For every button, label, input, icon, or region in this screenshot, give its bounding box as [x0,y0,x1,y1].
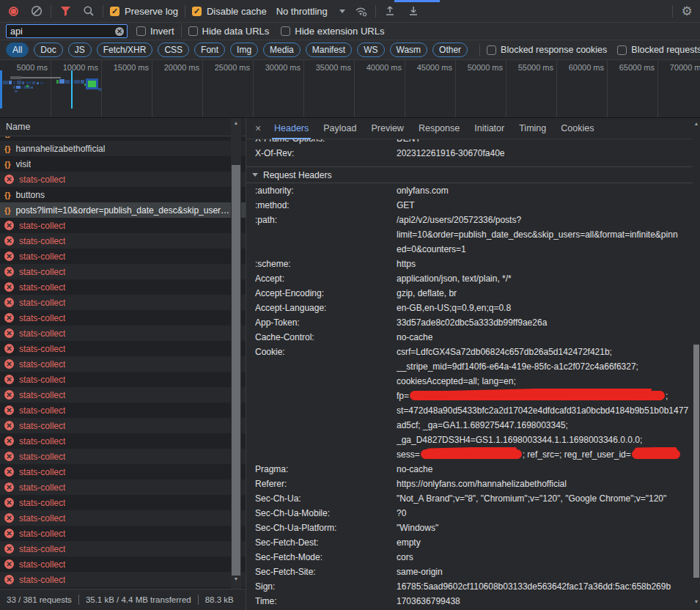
request-name: stats-collect [19,344,65,354]
search-button[interactable] [81,4,96,18]
request-row[interactable]: ✕stats-collect [0,418,246,433]
filter-pill-css[interactable]: CSS [158,43,189,57]
request-row[interactable]: {}buttons [0,187,246,202]
invert-checkbox[interactable] [136,26,146,36]
filter-pill-font[interactable]: Font [194,43,225,57]
request-row[interactable]: {}hannahelizabethofficial [0,141,246,156]
filter-icon [60,6,71,16]
request-row[interactable]: ✕stats-collect [0,295,246,310]
tab-cookies[interactable]: Cookies [553,118,601,139]
request-name: stats-collect [19,529,65,539]
request-name: stats-collect [19,436,65,447]
request-row[interactable]: ✕stats-collect [0,279,246,295]
request-row[interactable]: ✕stats-collect [0,233,246,249]
filter-pill-other[interactable]: Other [432,43,468,57]
tab-headers[interactable]: Headers [267,118,316,139]
settings-button[interactable]: ⚙ [679,4,694,18]
chevron-down-icon[interactable] [339,10,345,13]
scroll-up-icon[interactable]: ▲ [693,120,700,128]
request-name: stats-collect [19,575,65,585]
request-row[interactable]: ✕stats-collect [0,572,246,587]
timeline-tick: 70000 ms [654,63,700,72]
request-row[interactable]: ✕stats-collect [0,249,246,264]
collapse-triangle-icon[interactable] [252,173,258,177]
request-row[interactable]: ✕stats-collect [0,433,246,449]
request-row[interactable]: ✕stats-collect [0,449,246,464]
disable-cache-checkbox[interactable]: ✓ [192,7,202,16]
filter-pill-ws[interactable]: WS [357,43,384,57]
request-row[interactable]: ✕stats-collect [0,326,246,341]
filter-pill-manifest[interactable]: Manifest [306,43,352,57]
tab-initiator[interactable]: Initiator [467,118,512,139]
search-icon [83,5,95,17]
header-key: :authority: [255,183,397,198]
request-row[interactable]: ✕stats-collect [0,341,246,356]
request-row[interactable]: ✕stats-collect [0,541,246,556]
header-value: 33d57ade8c02dbc5a333db99ff9ae26a [397,315,700,330]
details-scrollbar[interactable]: ▲ ▼ [693,118,700,610]
filter-button[interactable] [58,4,73,18]
request-row[interactable]: {}visit [0,156,246,172]
blocked-response-cookies-checkbox[interactable] [487,45,496,55]
network-conditions-button[interactable] [354,4,369,18]
throttling-select[interactable]: No throttling [276,6,328,17]
import-har-button[interactable] [383,4,397,18]
clipped-header-row: X-Frame-Options: DENY [246,139,700,146]
request-row[interactable]: ✕stats-collect [0,403,246,418]
request-headers-section[interactable]: Request Headers [246,167,700,183]
filter-pill-doc[interactable]: Doc [34,43,62,57]
request-row[interactable]: ✕stats-collect [0,264,246,279]
filter-pill-wasm[interactable]: Wasm [390,43,428,57]
filter-pill-img[interactable]: Img [230,43,258,57]
request-name: stats-collect [19,251,65,262]
filter-input-box[interactable]: ✕ [6,24,128,38]
request-row[interactable]: ✕stats-collect [0,372,246,387]
scrollbar-thumb[interactable] [693,345,699,578]
record-button[interactable] [6,4,21,18]
filter-input[interactable] [10,26,115,37]
export-har-button[interactable] [406,4,421,18]
hide-extension-urls-checkbox[interactable] [281,26,290,36]
scrollbar-thumb[interactable] [232,165,240,576]
preserve-log-checkbox[interactable]: ✓ [110,7,119,16]
hide-data-urls-checkbox[interactable] [188,26,198,36]
filter-pill-fetch-xhr[interactable]: Fetch/XHR [97,43,153,57]
clear-filter-icon[interactable]: ✕ [115,27,124,36]
blocked-requests-checkbox[interactable] [617,45,627,55]
clear-button[interactable] [29,4,44,18]
header-row: Sec-Fetch-Dest:empty [246,535,700,550]
network-overview-timeline[interactable]: 5000 ms10000 ms15000 ms20000 ms25000 ms3… [0,60,700,118]
waterfall-bar [71,70,73,109]
tab-payload[interactable]: Payload [316,118,364,139]
request-row[interactable]: ✕stats-collect [0,495,246,510]
header-value: /api2/v2/users/20572336/posts? [397,213,700,227]
close-icon[interactable]: × [249,122,267,134]
request-row[interactable]: ✕stats-collect [0,310,246,326]
request-row[interactable]: ✕stats-collect [0,479,246,495]
request-row[interactable]: {}posts?limit=10&order=publish_date_desc… [0,202,246,218]
request-row[interactable]: ✕stats-collect [0,218,246,233]
tab-preview[interactable]: Preview [364,118,410,139]
request-row[interactable]: ✕stats-collect [0,526,246,541]
filter-pill-js[interactable]: JS [68,43,92,57]
header-value: cors [397,550,700,565]
header-value: GET [397,198,700,213]
scroll-down-icon[interactable]: ▼ [231,576,241,583]
tab-timing[interactable]: Timing [512,118,553,139]
scroll-up-icon[interactable]: ▲ [231,120,241,127]
name-column-header[interactable]: Name [0,118,246,136]
blocked-icon: ✕ [4,436,14,446]
filter-pill-media[interactable]: Media [263,43,301,57]
header-key: Pragma: [255,462,397,477]
request-row[interactable]: ✕stats-collect [0,387,246,403]
request-row[interactable]: ✕stats-collect [0,556,246,572]
blocked-icon: ✕ [4,575,14,584]
request-row[interactable]: ✕stats-collect [0,356,246,372]
request-row[interactable]: ✕stats-collect [0,510,246,526]
request-row[interactable]: ✕stats-collect [0,172,246,187]
scroll-down-icon[interactable]: ▼ [693,598,700,606]
request-list-scrollbar[interactable]: ▲ ▼ [231,118,241,589]
tab-response[interactable]: Response [411,118,467,139]
request-row[interactable]: ✕stats-collect [0,464,246,479]
filter-pill-all[interactable]: All [6,43,29,57]
